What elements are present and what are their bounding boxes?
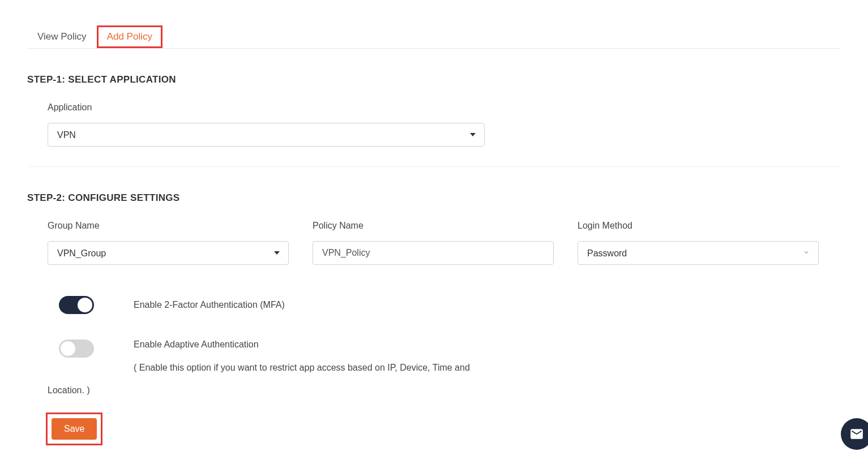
adaptive-text-block: Enable Adaptive Authentication ( Enable … bbox=[134, 340, 470, 375]
mfa-toggle-row: Enable 2-Factor Authentication (MFA) bbox=[27, 296, 841, 314]
mfa-toggle-label: Enable 2-Factor Authentication (MFA) bbox=[134, 300, 285, 310]
settings-form-row: Group Name VPN_Group Policy Name Login M… bbox=[27, 221, 841, 265]
login-method-select[interactable]: Password bbox=[578, 241, 819, 265]
step-1-heading: STEP-1: SELECT APPLICATION bbox=[27, 74, 841, 85]
step-2-heading: STEP-2: CONFIGURE SETTINGS bbox=[27, 192, 841, 204]
login-method-label: Login Method bbox=[578, 221, 819, 231]
save-button[interactable]: Save bbox=[52, 418, 97, 440]
application-select-wrapper: VPN bbox=[48, 123, 485, 147]
step-2-section: STEP-2: CONFIGURE SETTINGS Group Name VP… bbox=[27, 192, 841, 445]
adaptive-description-line2: Location. ) bbox=[48, 385, 841, 396]
step-1-section: STEP-1: SELECT APPLICATION Application V… bbox=[27, 74, 841, 167]
application-select[interactable]: VPN bbox=[48, 123, 485, 147]
adaptive-toggle-label: Enable Adaptive Authentication bbox=[134, 340, 470, 350]
login-method-select-wrapper: Password bbox=[578, 241, 819, 265]
application-field-group: Application VPN bbox=[27, 102, 841, 167]
tab-add-policy[interactable]: Add Policy bbox=[97, 25, 163, 48]
adaptive-toggle-row: Enable Adaptive Authentication ( Enable … bbox=[48, 340, 841, 375]
policy-name-col: Policy Name bbox=[313, 221, 554, 265]
mail-icon bbox=[849, 427, 864, 441]
policy-form-container: View Policy Add Policy STEP-1: SELECT AP… bbox=[0, 0, 868, 445]
group-name-select-wrapper: VPN_Group bbox=[48, 241, 289, 265]
application-label: Application bbox=[48, 102, 841, 113]
mfa-toggle[interactable] bbox=[59, 296, 94, 314]
tab-view-policy[interactable]: View Policy bbox=[27, 25, 97, 48]
adaptive-toggle[interactable] bbox=[59, 340, 94, 358]
chat-bubble-button[interactable] bbox=[841, 418, 868, 450]
toggle-knob bbox=[78, 298, 92, 312]
group-name-col: Group Name VPN_Group bbox=[48, 221, 289, 265]
policy-name-input[interactable] bbox=[313, 241, 554, 265]
group-name-label: Group Name bbox=[48, 221, 289, 231]
adaptive-group: Enable Adaptive Authentication ( Enable … bbox=[27, 340, 841, 445]
adaptive-description-line1: ( Enable this option if you want to rest… bbox=[134, 360, 470, 375]
group-name-select[interactable]: VPN_Group bbox=[48, 241, 289, 265]
toggle-knob bbox=[61, 341, 75, 356]
policy-name-label: Policy Name bbox=[313, 221, 554, 231]
save-button-highlight: Save bbox=[46, 413, 102, 445]
policy-tabs: View Policy Add Policy bbox=[27, 25, 841, 49]
login-method-col: Login Method Password bbox=[578, 221, 819, 265]
